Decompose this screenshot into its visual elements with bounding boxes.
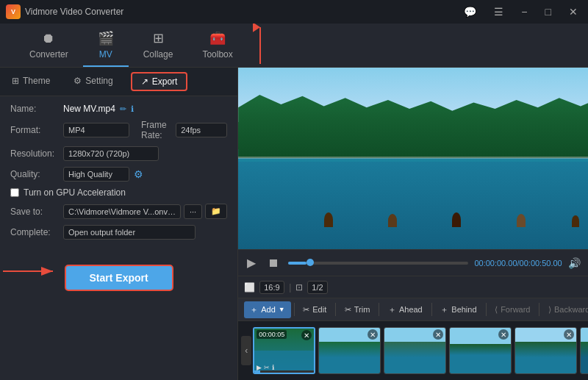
left-panel: ⊞ Theme ⚙ Setting ↗ Export Name: New MV.… <box>0 68 238 380</box>
theme-icon: ⊞ <box>12 76 19 86</box>
film-thumb-2[interactable]: ✕ <box>318 327 381 374</box>
menu-button[interactable]: ☰ <box>490 4 508 19</box>
start-export-button[interactable]: Start Export <box>65 265 173 291</box>
play-button[interactable]: ▶ <box>244 254 259 271</box>
tab-converter[interactable]: ⏺ Converter <box>15 25 83 67</box>
time-slider[interactable] <box>288 262 468 265</box>
bottom-toolbar: ＋ Add ▼ ✂ Edit ✂ Trim ＋ Ahead ＋ Behi <box>238 298 588 321</box>
aspect-ratio-select[interactable]: 16:94:31:1 <box>259 281 284 294</box>
save-to-label: Save to: <box>10 207 63 217</box>
toolbar-sep-5 <box>486 303 487 316</box>
minimize-button[interactable]: − <box>517 4 531 19</box>
save-path: C:\Vidmore\Vidmore V...onverter\MV Expor… <box>63 204 181 219</box>
tab-converter-label: Converter <box>29 49 68 60</box>
forward-button[interactable]: ⟨ Forward <box>489 302 536 318</box>
zoom-select[interactable]: 1/21/12/1 <box>307 281 328 294</box>
sub-tab-theme[interactable]: ⊞ Theme <box>0 68 62 96</box>
backward-button[interactable]: ⟩ Backward <box>542 302 588 318</box>
tab-collage-label: Collage <box>143 49 173 60</box>
film-thumb-6[interactable]: ✕ <box>580 327 588 374</box>
setting-icon: ⚙ <box>74 76 82 86</box>
sub-tab-export[interactable]: ↗ Export <box>131 72 188 91</box>
add-icon: ＋ <box>250 304 258 315</box>
behind-label: Behind <box>451 305 476 314</box>
zoom-icon: ⊡ <box>295 282 303 293</box>
resolution-select[interactable]: 1280x720 (720p)1920x1080 (1080p) <box>63 146 159 161</box>
name-row: Name: New MV.mp4 ✏ ℹ <box>10 104 227 114</box>
app-logo: V <box>6 4 21 19</box>
complete-label: Complete: <box>10 227 63 237</box>
time-display: 00:00:00.00/00:00:50.00 <box>474 259 562 268</box>
open-folder-button[interactable]: 📁 <box>205 204 227 219</box>
export-form: Name: New MV.mp4 ✏ ℹ Format: MP4AVIMOV F… <box>0 96 237 380</box>
name-label: Name: <box>10 104 63 114</box>
tab-collage[interactable]: ⊞ Collage <box>129 24 188 67</box>
stop-button[interactable]: ⏹ <box>265 255 282 271</box>
aspect-zoom-row: ⬜ 16:94:31:1 | ⊡ 1/21/12/1 <box>238 276 588 298</box>
edit-name-icon[interactable]: ✏ <box>120 104 126 114</box>
quality-select[interactable]: High QualityMediumLow <box>63 167 129 182</box>
edit-label: Edit <box>312 305 326 314</box>
edit-button[interactable]: ✂ Edit <box>297 302 332 318</box>
film-thumb-4[interactable]: ✕ <box>449 327 512 374</box>
ahead-label: Ahead <box>399 305 423 314</box>
browse-path-button[interactable]: ··· <box>184 204 202 219</box>
up-arrow-indicator <box>253 24 268 68</box>
frame-rate-select[interactable]: 24fps30fps60fps <box>176 123 227 137</box>
maximize-button[interactable]: □ <box>541 4 556 19</box>
complete-row: Complete: Open output folderDo nothing <box>10 225 227 240</box>
behind-icon: ＋ <box>440 304 448 315</box>
film-thumb-3[interactable]: ✕ <box>384 327 446 374</box>
top-nav: ⏺ Converter 🎬 MV ⊞ Collage 🧰 Toolbox <box>0 24 588 68</box>
format-select[interactable]: MP4AVIMOV <box>63 123 129 137</box>
quality-gear-icon[interactable]: ⚙ <box>134 168 143 180</box>
toolbar-sep-3 <box>379 303 379 316</box>
close-button[interactable]: ✕ <box>564 4 582 19</box>
trim-button[interactable]: ✂ Trim <box>339 302 376 318</box>
filmstrip-prev-button[interactable]: ‹ <box>241 336 251 365</box>
edit-icon: ✂ <box>303 305 309 315</box>
forward-label: Forward <box>501 305 530 314</box>
behind-button[interactable]: ＋ Behind <box>434 301 482 318</box>
format-row: Format: MP4AVIMOV Frame Rate: 24fps30fps… <box>10 120 227 140</box>
frame-rate-label: Frame Rate: <box>141 120 168 140</box>
film-thumb-5[interactable]: ✕ <box>514 327 577 374</box>
tab-toolbox[interactable]: 🧰 Toolbox <box>187 24 247 67</box>
quality-label: Quality: <box>10 169 63 179</box>
video-preview <box>238 68 588 249</box>
file-name: New MV.mp4 <box>63 104 115 114</box>
trim-label: Trim <box>354 305 370 314</box>
add-button[interactable]: ＋ Add ▼ <box>244 301 291 318</box>
export-icon: ↗ <box>141 76 148 87</box>
backward-icon: ⟩ <box>548 305 551 315</box>
collage-icon: ⊞ <box>153 30 164 46</box>
gpu-row: Turn on GPU Acceleration <box>10 187 227 198</box>
save-to-row: Save to: C:\Vidmore\Vidmore V...onverter… <box>10 204 227 219</box>
sub-tabs: ⊞ Theme ⚙ Setting ↗ Export <box>0 68 237 96</box>
tab-mv[interactable]: 🎬 MV <box>83 24 129 67</box>
filmstrip: ‹ 00:00:05 ✕ ▶ ✂ ℹ <box>238 321 588 380</box>
sub-tab-setting[interactable]: ⚙ Setting <box>62 68 124 96</box>
video-frame <box>238 68 588 249</box>
setting-label: Setting <box>85 76 112 86</box>
preview-controls: ▶ ⏹ 00:00:00.00/00:00:50.00 🔊 Start Expo… <box>238 249 588 276</box>
chat-button[interactable]: 💬 <box>459 4 481 19</box>
ratio-icon: ⬜ <box>244 282 255 293</box>
toolbar-sep-4 <box>431 303 432 316</box>
ahead-button[interactable]: ＋ Ahead <box>382 301 429 318</box>
tab-mv-label: MV <box>99 49 112 60</box>
complete-select[interactable]: Open output folderDo nothing <box>63 225 196 240</box>
volume-icon[interactable]: 🔊 <box>568 257 581 269</box>
app-title: Vidmore Video Converter <box>25 7 123 17</box>
info-icon[interactable]: ℹ <box>131 104 134 114</box>
trim-icon: ✂ <box>345 305 351 315</box>
film-thumb-1[interactable]: 00:00:05 ✕ ▶ ✂ ℹ <box>253 327 315 374</box>
converter-icon: ⏺ <box>42 31 55 46</box>
toolbar-sep-2 <box>335 303 336 316</box>
theme-label: Theme <box>23 76 50 86</box>
ahead-icon: ＋ <box>388 304 396 315</box>
gpu-checkbox[interactable] <box>10 188 19 197</box>
format-label: Format: <box>10 125 63 135</box>
add-label: Add <box>261 305 276 314</box>
main-area: ⊞ Theme ⚙ Setting ↗ Export Name: New MV.… <box>0 68 588 380</box>
